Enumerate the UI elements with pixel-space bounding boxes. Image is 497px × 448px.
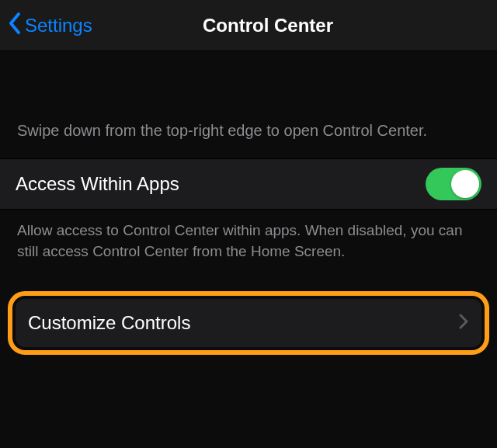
access-within-apps-label: Access Within Apps [16, 173, 179, 195]
back-label: Settings [25, 15, 92, 36]
page-title: Control Center [39, 15, 497, 36]
back-button[interactable]: Settings [0, 12, 92, 40]
access-footer-description: Allow access to Control Center within ap… [0, 210, 497, 285]
nav-bar: Settings Control Center [0, 0, 497, 51]
chevron-left-icon [8, 12, 22, 40]
highlight-annotation: Customize Controls [8, 291, 489, 355]
section-description: Swipe down from the top-right edge to op… [0, 51, 497, 158]
access-within-apps-row: Access Within Apps [0, 158, 497, 210]
access-within-apps-toggle[interactable] [426, 168, 481, 200]
chevron-right-icon [458, 313, 469, 333]
toggle-knob [451, 170, 479, 198]
customize-controls-label: Customize Controls [28, 312, 190, 334]
customize-controls-row[interactable]: Customize Controls [16, 299, 481, 347]
